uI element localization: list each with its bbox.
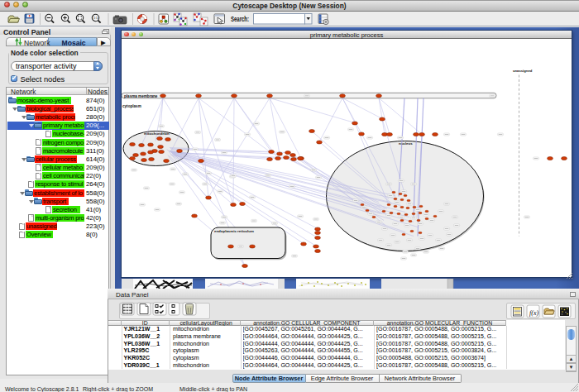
svg-text:unassigned: unassigned <box>513 68 533 72</box>
svg-text:endoplasmic reticulum: endoplasmic reticulum <box>214 229 254 233</box>
svg-text:nucleus: nucleus <box>399 141 413 145</box>
svg-text:1:1: 1:1 <box>93 16 98 20</box>
svg-text:plasma membrane: plasma membrane <box>124 93 158 98</box>
svg-text:f(x): f(x) <box>529 309 538 317</box>
svg-text:Search:: Search: <box>231 15 249 23</box>
svg-text:cytoplasm: cytoplasm <box>122 104 141 108</box>
